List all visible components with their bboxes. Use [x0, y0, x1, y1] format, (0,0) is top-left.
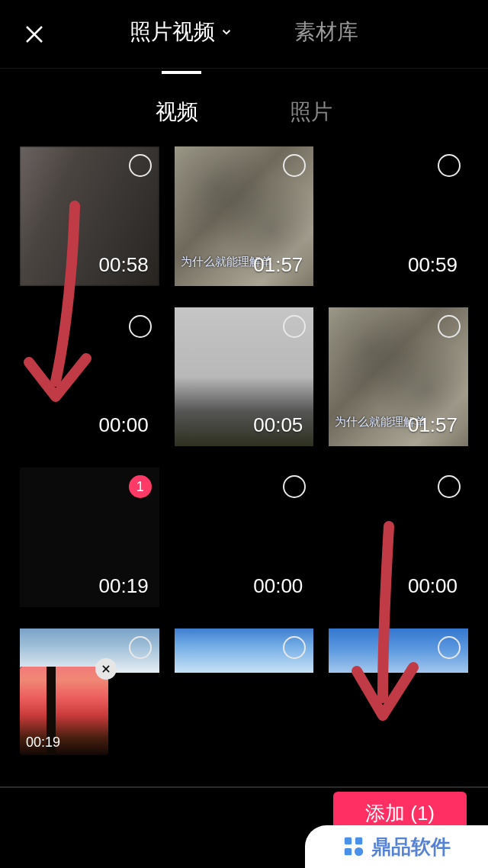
video-grid: 00:58为什么就能理解单01:5700:5900:0000:05为什么就能理解… [0, 146, 488, 673]
video-cell[interactable]: 100:19 [20, 468, 159, 607]
tray-item[interactable]: 00:19 [20, 667, 108, 755]
close-button[interactable] [0, 0, 69, 69]
selection-ring[interactable] [438, 154, 461, 177]
video-duration: 01:57 [253, 253, 303, 277]
selection-ring[interactable] [438, 636, 461, 659]
chevron-down-icon [220, 25, 233, 39]
bottom-divider [0, 786, 488, 788]
video-duration: 00:19 [99, 574, 149, 598]
video-cell[interactable]: 00:58 [20, 146, 159, 286]
video-duration: 00:00 [253, 574, 303, 598]
close-icon [23, 23, 46, 46]
tray-duration: 00:19 [26, 735, 60, 751]
svg-rect-5 [355, 837, 362, 844]
video-cell[interactable]: 00:00 [329, 468, 468, 607]
video-cell[interactable]: 00:05 [175, 307, 314, 447]
subtab-photo-label: 照片 [290, 100, 332, 124]
selection-badge[interactable]: 1 [129, 475, 152, 498]
video-cell[interactable]: 00:00 [175, 468, 314, 607]
add-button-label: 添加 (1) [365, 800, 435, 827]
header-bar: 照片视频 素材库 [0, 0, 488, 69]
tray-remove-button[interactable] [95, 658, 117, 680]
watermark-text: 鼎品软件 [371, 834, 451, 860]
video-cell[interactable]: 00:00 [20, 307, 159, 447]
selection-tray: 00:19 [20, 667, 468, 775]
selection-ring[interactable] [129, 154, 152, 177]
video-cell[interactable]: 00:59 [329, 146, 468, 286]
tab-material-library-label: 素材库 [294, 18, 358, 47]
tab-photos-videos[interactable]: 照片视频 [130, 18, 233, 51]
svg-point-7 [355, 847, 363, 856]
video-duration: 00:05 [253, 413, 303, 437]
video-duration: 00:59 [408, 253, 458, 277]
sub-tabs: 视频 照片 [0, 98, 488, 127]
tab-photos-videos-label: 照片视频 [130, 18, 215, 47]
selection-ring[interactable] [129, 315, 152, 338]
video-duration: 00:00 [99, 413, 149, 437]
selection-ring[interactable] [129, 636, 152, 659]
svg-rect-6 [345, 848, 352, 855]
selection-ring[interactable] [438, 315, 461, 338]
video-duration: 01:57 [408, 413, 458, 437]
tab-material-library[interactable]: 素材库 [294, 18, 358, 51]
subtab-video-label: 视频 [156, 100, 198, 124]
video-duration: 00:58 [99, 253, 149, 277]
video-cell[interactable]: 为什么就能理解单01:57 [329, 307, 468, 447]
subtab-photo[interactable]: 照片 [290, 98, 332, 127]
subtab-video[interactable]: 视频 [156, 98, 198, 127]
selection-ring[interactable] [283, 315, 306, 338]
watermark-icon [342, 835, 365, 858]
watermark: 鼎品软件 [305, 825, 488, 868]
close-icon [101, 664, 111, 674]
svg-rect-4 [345, 837, 352, 844]
video-cell[interactable]: 为什么就能理解单01:57 [175, 146, 314, 286]
video-duration: 00:00 [408, 574, 458, 598]
